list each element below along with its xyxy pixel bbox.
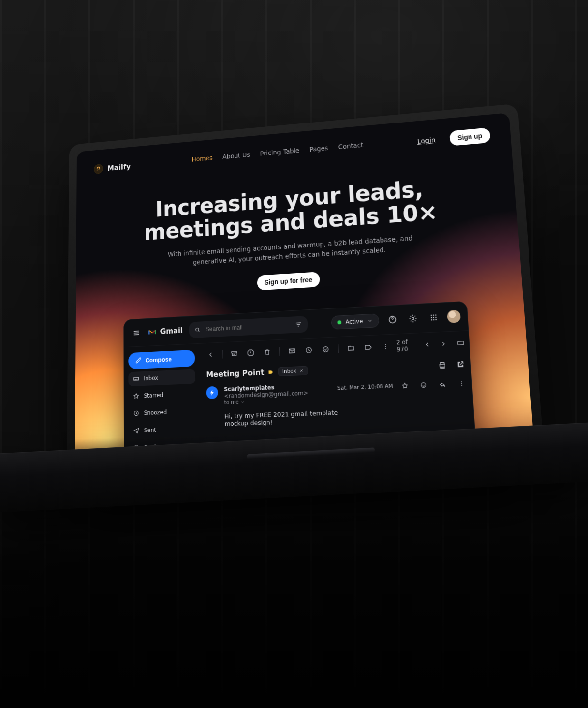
svg-point-3 [430, 315, 432, 316]
label-chip[interactable]: Inbox [278, 366, 308, 376]
menu-icon[interactable] [130, 326, 143, 339]
cta-signup-free[interactable]: Sign up for free [257, 272, 320, 290]
message-meta: Sat, Mar 2, 10:08 AM [337, 376, 469, 395]
brand[interactable]: Mailfy [94, 161, 131, 174]
snooze-icon[interactable] [302, 343, 316, 357]
inbox-icon [133, 375, 140, 382]
send-icon [133, 427, 140, 434]
next-icon[interactable] [438, 337, 450, 351]
svg-point-10 [433, 319, 434, 320]
keyboard-icon[interactable] [454, 336, 467, 350]
compose-button[interactable]: Compose [129, 350, 195, 369]
login-link[interactable]: Login [417, 136, 435, 145]
delete-icon[interactable] [261, 345, 274, 359]
message-body-line1: Hi, try my FREE 2021 gmail template [224, 409, 338, 420]
toolbar-right: 2 of 970 [396, 336, 467, 353]
more-icon[interactable] [379, 339, 393, 354]
sidebar-item-starred[interactable]: Starred [129, 386, 196, 403]
svg-point-0 [196, 328, 199, 331]
sender-avatar [206, 386, 219, 399]
star-outline-icon[interactable] [398, 378, 412, 393]
sidebar-item-label: Snoozed [144, 409, 167, 416]
gmail-search-input[interactable] [205, 321, 290, 333]
apps-icon[interactable] [426, 310, 441, 325]
print-icon[interactable] [435, 358, 450, 372]
toolbar-separator [279, 347, 280, 356]
search-icon [194, 326, 200, 334]
brand-name: Mailfy [107, 162, 131, 172]
emoji-icon[interactable] [416, 377, 431, 392]
compose-label: Compose [146, 355, 172, 364]
svg-point-14 [323, 346, 329, 352]
svg-point-19 [421, 382, 426, 387]
clock-icon [133, 410, 140, 417]
gmail-logo-icon [148, 329, 156, 336]
message-body: Hi, try my FREE 2021 gmail template mock… [224, 404, 471, 427]
nav-link-homes[interactable]: Homes [191, 154, 212, 163]
svg-point-17 [385, 348, 386, 349]
svg-point-8 [435, 317, 437, 318]
message-body-line2: mockup design! [224, 418, 272, 427]
nav-link-pricing[interactable]: Pricing Table [260, 147, 300, 157]
prev-icon[interactable] [421, 338, 434, 352]
avatar[interactable] [447, 309, 461, 323]
pager-text: 2 of 970 [396, 338, 417, 353]
status-dot-icon [338, 320, 342, 324]
chevron-down-icon [240, 400, 245, 404]
website-root: Mailfy Homes About Us Pricing Table Page… [75, 113, 536, 482]
svg-point-21 [461, 383, 462, 384]
signup-button[interactable]: Sign up [449, 127, 491, 146]
open-new-icon[interactable] [453, 357, 468, 371]
sidebar-item-label: Inbox [144, 374, 158, 382]
back-icon[interactable] [206, 348, 217, 362]
site-nav: Mailfy Homes About Us Pricing Table Page… [94, 127, 491, 176]
task-icon[interactable] [319, 342, 333, 356]
nav-links: Homes About Us Pricing Table Pages Conta… [191, 141, 363, 163]
sidebar-item-label: Starred [144, 392, 163, 399]
important-icon[interactable] [267, 369, 274, 375]
settings-icon[interactable] [406, 311, 420, 326]
nav-link-about[interactable]: About Us [222, 151, 250, 160]
mark-unread-icon[interactable] [285, 344, 299, 358]
star-icon [133, 393, 140, 400]
svg-point-2 [412, 317, 414, 320]
sidebar-item-sent[interactable]: Sent [129, 421, 196, 438]
gmail-brand-label: Gmail [160, 326, 183, 336]
svg-point-16 [385, 346, 386, 347]
svg-rect-18 [457, 341, 464, 345]
toolbar-group-1 [228, 345, 274, 361]
nav-link-contact[interactable]: Contact [338, 141, 364, 151]
status-label: Active [345, 318, 363, 326]
status-pill[interactable]: Active [331, 313, 379, 330]
gmail-search[interactable] [189, 316, 308, 338]
spam-icon[interactable] [244, 346, 258, 360]
sidebar-item-inbox[interactable]: Inbox [129, 369, 196, 386]
hero: Increasing your leads, meetings and deal… [93, 172, 500, 300]
label-icon[interactable] [361, 340, 376, 354]
laptop-bezel: Mailfy Homes About Us Pricing Table Page… [75, 113, 536, 482]
sidebar-item-snoozed[interactable]: Snoozed [129, 404, 196, 421]
bolt-icon [209, 389, 215, 396]
brand-logo-icon [94, 164, 103, 174]
toolbar-separator [222, 350, 223, 359]
gmail-brand[interactable]: Gmail [148, 326, 183, 337]
close-icon[interactable] [299, 369, 304, 373]
nav-spacer [374, 142, 407, 145]
svg-point-15 [385, 344, 386, 345]
reply-icon[interactable] [435, 377, 450, 392]
nav-link-pages[interactable]: Pages [309, 144, 328, 153]
stage: Mailfy Homes About Us Pricing Table Page… [0, 0, 588, 708]
svg-point-6 [431, 317, 432, 318]
more-vert-icon[interactable] [454, 376, 470, 391]
filters-icon[interactable] [294, 320, 302, 329]
help-icon[interactable] [385, 312, 400, 327]
move-icon[interactable] [344, 341, 358, 355]
svg-point-9 [431, 319, 432, 321]
label-chip-text: Inbox [282, 368, 296, 375]
svg-point-22 [461, 385, 462, 386]
recipient-text: to me [224, 399, 239, 406]
chevron-down-icon [367, 318, 373, 324]
archive-icon[interactable] [228, 346, 241, 360]
toolbar-group-2 [285, 342, 333, 358]
toolbar-separator [338, 344, 339, 353]
